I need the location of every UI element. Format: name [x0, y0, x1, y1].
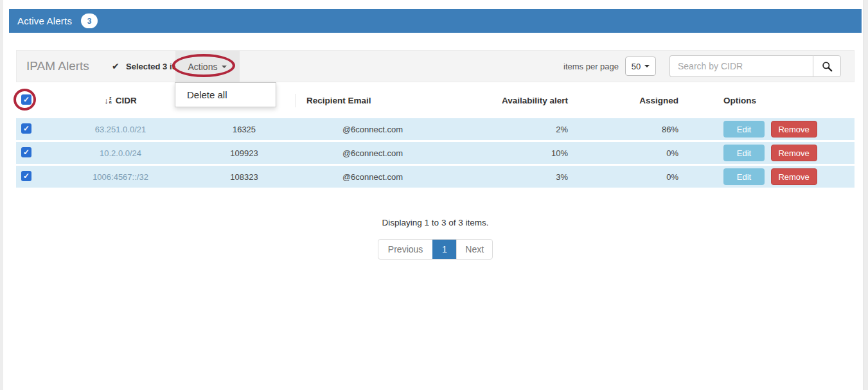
sort-letters-icon — [109, 96, 112, 104]
check-icon — [112, 61, 120, 71]
table-row: 1006:4567::/32 108323 @6connect.com 3% 0… — [16, 166, 855, 190]
table-row: 63.251.0.0/21 16325 @6connect.com 2% 86%… — [16, 118, 855, 142]
toolbar: IPAM Alerts Selected 3 items Actions ite… — [16, 50, 855, 82]
assigned-value: 86% — [568, 118, 680, 142]
caret-down-icon — [644, 65, 650, 67]
row-checkbox[interactable] — [21, 171, 31, 181]
availability-alert-value: 2% — [450, 118, 568, 142]
search-icon — [822, 61, 833, 72]
alert-id: 16325 — [193, 118, 296, 142]
recipient-email: @6connect.com — [296, 118, 450, 142]
pagination-next[interactable]: Next — [456, 240, 492, 259]
recipient-email: @6connect.com — [296, 166, 450, 190]
remove-button[interactable]: Remove — [771, 145, 817, 161]
availability-alert-value: 10% — [450, 142, 568, 166]
alert-count-badge: 3 — [81, 13, 98, 28]
arrow-down-icon — [104, 96, 109, 105]
column-header-availability-alert: Availability alert — [450, 82, 568, 118]
edit-button[interactable]: Edit — [723, 168, 765, 185]
edit-button[interactable]: Edit — [723, 145, 765, 161]
sort-alpha-desc-icon[interactable] — [104, 96, 111, 105]
items-per-page-select[interactable]: 50 — [625, 57, 656, 76]
alert-id: 108323 — [193, 166, 296, 190]
page-title: Active Alerts — [17, 15, 72, 26]
alerts-table-container: CIDR Recipient Email Availability alert … — [16, 82, 855, 190]
items-per-page-label: items per page — [563, 62, 619, 71]
pagination-page-1[interactable]: 1 — [432, 240, 456, 259]
remove-button[interactable]: Remove — [771, 121, 817, 137]
results-summary: Displaying 1 to 3 of 3 items. — [16, 218, 855, 227]
assigned-value: 0% — [568, 166, 680, 190]
assigned-value: 0% — [568, 142, 680, 166]
column-header-cidr[interactable]: CIDR — [116, 96, 137, 105]
pagination-previous[interactable]: Previous — [378, 240, 432, 259]
row-checkbox[interactable] — [21, 123, 31, 134]
column-header-recipient-email: Recipient Email — [296, 82, 450, 118]
select-all-checkbox[interactable] — [21, 94, 31, 105]
availability-alert-value: 3% — [450, 166, 568, 190]
column-header-assigned: Assigned — [568, 82, 680, 118]
recipient-email: @6connect.com — [296, 142, 450, 166]
pager-group: Previous 1 Next — [378, 239, 493, 260]
page-edge-right — [864, 0, 868, 390]
actions-dropdown-menu: Delete all — [175, 82, 276, 107]
ipam-alerts-page: Active Alerts 3 IPAM Alerts Selected 3 i… — [0, 0, 868, 390]
items-per-page-value: 50 — [632, 62, 641, 71]
search-button[interactable] — [813, 55, 841, 77]
column-header-options: Options — [680, 82, 855, 118]
pagination: Previous 1 Next — [16, 239, 855, 260]
remove-button[interactable]: Remove — [771, 168, 817, 185]
table-header-row: CIDR Recipient Email Availability alert … — [16, 82, 855, 118]
cidr-link[interactable]: 1006:4567::/32 — [93, 172, 148, 182]
search-group — [669, 55, 841, 77]
page-edge-left — [0, 0, 3, 390]
caret-down-icon — [222, 66, 227, 68]
row-checkbox[interactable] — [21, 147, 31, 157]
cidr-link[interactable]: 63.251.0.0/21 — [95, 125, 146, 134]
cidr-link[interactable]: 10.2.0.0/24 — [100, 148, 141, 158]
toolbar-right-group: items per page 50 — [563, 51, 854, 82]
edit-button[interactable]: Edit — [723, 121, 765, 137]
alert-id: 109923 — [193, 142, 296, 166]
panel-subtitle: IPAM Alerts — [26, 59, 89, 73]
actions-button-label: Actions — [188, 62, 218, 72]
actions-dropdown-button[interactable]: Actions — [175, 51, 240, 83]
active-alerts-header: Active Alerts 3 — [9, 9, 862, 33]
table-row: 10.2.0.0/24 109923 @6connect.com 10% 0% … — [16, 142, 855, 166]
alerts-table: CIDR Recipient Email Availability alert … — [16, 82, 855, 190]
menu-item-delete-all[interactable]: Delete all — [175, 83, 276, 107]
search-input[interactable] — [669, 55, 813, 77]
